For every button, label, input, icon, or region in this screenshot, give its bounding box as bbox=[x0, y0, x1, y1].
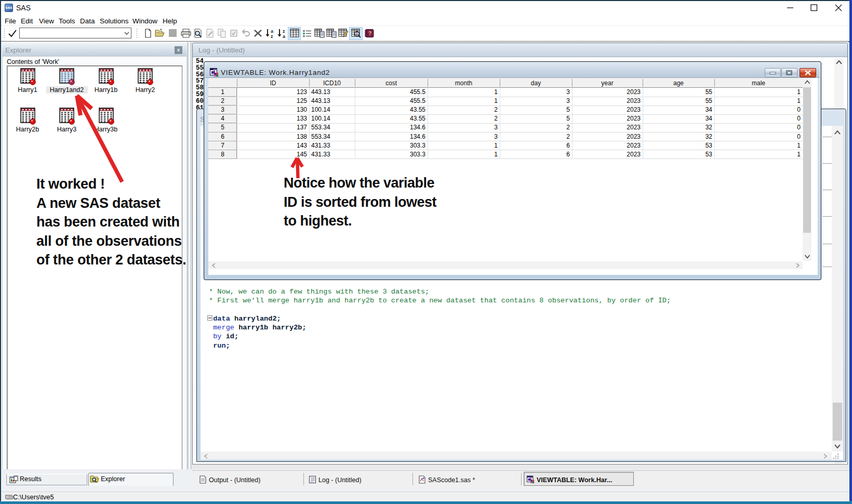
svg-text:a: a bbox=[283, 34, 286, 38]
svg-text:?: ? bbox=[368, 31, 371, 36]
svg-text:z: z bbox=[283, 29, 285, 34]
svg-text:z: z bbox=[271, 34, 273, 38]
svg-text:a: a bbox=[271, 29, 274, 34]
